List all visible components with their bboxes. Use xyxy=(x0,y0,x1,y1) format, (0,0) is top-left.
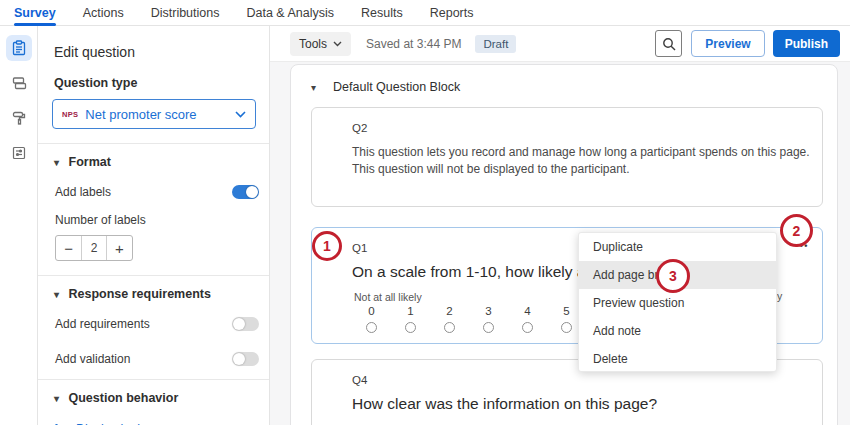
nav-tab-survey[interactable]: Survey xyxy=(14,0,56,26)
block-collapse-caret-icon[interactable]: ▾ xyxy=(311,82,316,93)
panel-title: Edit question xyxy=(38,26,269,60)
survey-options-icon[interactable] xyxy=(6,140,32,166)
icon-rail xyxy=(0,26,38,425)
nps-badge: NPS xyxy=(62,110,78,119)
collapse-caret-icon: ▾ xyxy=(54,289,59,300)
format-section-header[interactable]: ▾ Format xyxy=(38,155,269,169)
chevron-down-icon xyxy=(235,111,246,118)
response-requirements-header[interactable]: ▾ Response requirements xyxy=(38,287,269,301)
radio-button[interactable] xyxy=(522,322,533,333)
add-validation-toggle[interactable] xyxy=(232,352,259,366)
collapse-caret-icon: ▾ xyxy=(54,157,59,168)
scale-value: 4 xyxy=(524,305,530,317)
menu-item-duplicate[interactable]: Duplicate xyxy=(579,233,776,261)
preview-button[interactable]: Preview xyxy=(691,30,764,57)
survey-builder-icon[interactable] xyxy=(6,35,32,61)
scale-value: 2 xyxy=(446,305,452,317)
question-card-q2[interactable]: Q2 This question lets you record and man… xyxy=(311,107,823,207)
scale-right-label-partial: y xyxy=(777,290,782,302)
question-type-select[interactable]: NPS Net promoter score xyxy=(52,99,256,129)
question-options-menu: Duplicate Add page break Preview questio… xyxy=(578,232,777,372)
question-type-label: Question type xyxy=(38,60,269,90)
nav-tab-distributions[interactable]: Distributions xyxy=(151,0,220,26)
number-of-labels-label: Number of labels xyxy=(38,199,269,227)
increment-button[interactable]: + xyxy=(107,236,132,260)
question-text: How clear was the information on this pa… xyxy=(352,395,822,413)
top-nav: Survey Actions Distributions Data & Anal… xyxy=(0,0,850,26)
radio-button[interactable] xyxy=(405,322,416,333)
radio-button[interactable] xyxy=(483,322,494,333)
menu-item-add-note[interactable]: Add note xyxy=(579,317,776,345)
number-of-labels-stepper: − 2 + xyxy=(55,235,133,261)
question-id: Q2 xyxy=(352,122,822,134)
decrement-button[interactable]: − xyxy=(56,236,81,260)
blocks-icon[interactable] xyxy=(6,70,32,96)
menu-item-preview-question[interactable]: Preview question xyxy=(579,289,776,317)
chevron-down-icon xyxy=(333,41,342,47)
nav-tab-actions[interactable]: Actions xyxy=(83,0,124,26)
scale-value: 0 xyxy=(368,305,374,317)
add-labels-toggle[interactable] xyxy=(232,185,259,199)
radio-button[interactable] xyxy=(561,322,572,333)
add-requirements-toggle[interactable] xyxy=(232,317,259,331)
add-requirements-label: Add requirements xyxy=(55,317,150,331)
block-title[interactable]: Default Question Block xyxy=(333,80,460,94)
radio-button[interactable] xyxy=(444,322,455,333)
question-text: This question lets you record and manage… xyxy=(352,144,822,179)
scale-value: 3 xyxy=(485,305,491,317)
nav-tab-results[interactable]: Results xyxy=(361,0,403,26)
draft-status-badge: Draft xyxy=(475,35,516,53)
search-icon xyxy=(662,37,676,51)
editor-toolbar: Tools Saved at 3:44 PM Draft Preview Pub… xyxy=(270,26,850,62)
scale-value: 1 xyxy=(407,305,413,317)
question-id: Q4 xyxy=(352,374,822,386)
response-requirements-section: ▾ Response requirements Add requirements… xyxy=(38,275,269,366)
number-of-labels-value: 2 xyxy=(81,236,106,260)
survey-editor-main: Tools Saved at 3:44 PM Draft Preview Pub… xyxy=(270,26,850,425)
radio-button[interactable] xyxy=(366,322,377,333)
annotation-circle-2: 2 xyxy=(780,214,813,247)
scale-value: 5 xyxy=(563,305,569,317)
publish-button[interactable]: Publish xyxy=(773,30,840,57)
search-button[interactable] xyxy=(655,30,682,57)
menu-item-delete[interactable]: Delete xyxy=(579,345,776,373)
autosave-status: Saved at 3:44 PM xyxy=(366,37,461,51)
nav-tab-data-analysis[interactable]: Data & Analysis xyxy=(246,0,334,26)
question-behavior-section: ▾ Question behavior Display logic Skip l… xyxy=(38,379,269,425)
question-behavior-header[interactable]: ▾ Question behavior xyxy=(38,391,269,405)
question-type-value: Net promoter score xyxy=(85,107,235,122)
edit-question-panel: Edit question Question type NPS Net prom… xyxy=(38,26,270,425)
add-labels-label: Add labels xyxy=(55,185,111,199)
tools-menu-button[interactable]: Tools xyxy=(290,32,351,56)
add-validation-label: Add validation xyxy=(55,352,130,366)
nav-tab-reports[interactable]: Reports xyxy=(430,0,474,26)
annotation-circle-3: 3 xyxy=(656,259,690,293)
format-section: ▾ Format Add labels Number of labels − 2… xyxy=(38,143,269,261)
survey-canvas: ▾ Default Question Block Q2 This questio… xyxy=(270,62,850,425)
collapse-caret-icon: ▾ xyxy=(54,393,59,404)
annotation-circle-1: 1 xyxy=(312,231,342,261)
look-feel-icon[interactable] xyxy=(6,105,32,131)
